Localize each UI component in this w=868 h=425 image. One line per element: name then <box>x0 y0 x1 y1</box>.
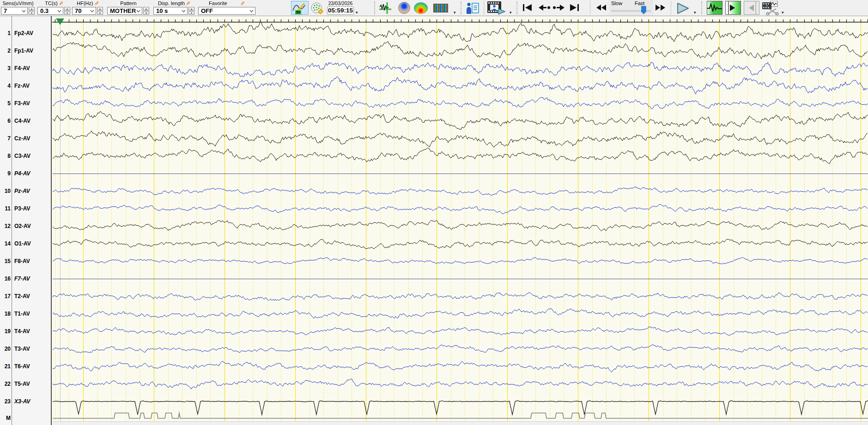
channel-label-row[interactable]: 6C4-AV <box>0 117 51 125</box>
channel-label-row[interactable]: 17T2-AV <box>0 293 51 300</box>
channel-number: M <box>0 415 11 421</box>
spin-down-button[interactable]: ▼ <box>97 11 103 15</box>
spin-down-button[interactable]: ▼ <box>143 11 149 15</box>
patient-info-button[interactable] <box>466 2 480 16</box>
horizontal-scrollbar[interactable] <box>52 421 868 425</box>
channel-label-row[interactable]: 1Fp2-AV <box>0 30 51 37</box>
go-to-start-button[interactable] <box>522 4 533 13</box>
notch-filter-button[interactable]: 50 <box>291 1 309 15</box>
play-selection-button[interactable] <box>725 1 741 15</box>
channel-label-row[interactable]: 7Cz-AV <box>0 135 51 142</box>
toolbar: Sens(uV/mm) 7 ▲ ▼ TC(s)✎ 0.3 ▲ ▼ H <box>0 0 868 16</box>
edit-pencil-icon[interactable]: ✎ <box>59 0 63 7</box>
channel-name: O2-AV <box>14 223 31 229</box>
edit-pencil-icon[interactable]: ✎ <box>94 0 99 7</box>
channel-number: 20 <box>0 346 11 352</box>
channel-label-row[interactable]: 20T3-AV <box>0 345 51 353</box>
spin-up-button[interactable]: ▲ <box>64 7 70 11</box>
channel-label-row[interactable]: 8C3-AV <box>0 152 51 160</box>
electrode-settings-button[interactable] <box>310 2 324 17</box>
edit-pencil-icon[interactable]: ✎ <box>240 0 245 7</box>
channel-number: 4 <box>0 83 11 89</box>
channel-number: 21 <box>0 363 11 370</box>
more-options-arrow[interactable]: ▾ <box>356 10 358 15</box>
step-back-button[interactable] <box>539 4 551 13</box>
channel-name: T6-AV <box>14 363 30 370</box>
play-backward-button-disabled[interactable] <box>744 1 759 15</box>
channel-label-row[interactable]: 5F3-AV <box>0 100 51 107</box>
channel-label-row[interactable]: M <box>0 414 51 422</box>
sensitivity-combo[interactable]: 7 <box>1 7 28 15</box>
tc-spinner: ▲ ▼ <box>64 7 70 15</box>
pattern-combo[interactable]: MOTHER <box>107 7 142 15</box>
favorite-combo[interactable]: OFF <box>198 7 255 15</box>
channel-name: F7-AV <box>14 275 30 282</box>
channel-label-row[interactable]: 3F4-AV <box>0 65 51 72</box>
channel-label-row[interactable]: 23X3-AV <box>0 398 51 405</box>
chevron-down-icon <box>90 10 94 12</box>
channel-label-row[interactable]: 4Fz-AV <box>0 82 51 90</box>
edit-pencil-icon[interactable]: ✎ <box>186 0 190 7</box>
channel-name: P4-AV <box>14 170 30 177</box>
slower-button[interactable] <box>596 4 607 13</box>
video-review-button[interactable] <box>487 1 506 17</box>
waveform-selection-icon <box>707 1 722 14</box>
channel-name: T3-AV <box>14 346 30 352</box>
display-length-spinner: ▲ ▼ <box>188 7 194 15</box>
hf-combo[interactable]: 70 <box>72 7 96 15</box>
current-time[interactable]: 05:59:15 <box>327 6 354 15</box>
channel-label-row[interactable]: 10Pz-AV <box>0 187 51 195</box>
favorite-group: Favorite✎ OFF <box>198 0 255 16</box>
waveform-view-button[interactable] <box>379 2 392 16</box>
channel-number: 1 <box>0 30 11 36</box>
channel-number: 5 <box>0 100 11 107</box>
pattern-group: Pattern MOTHER ▲ ▼ <box>107 0 150 16</box>
channel-label-row[interactable]: 16F7-AV <box>0 275 51 282</box>
step-forward-button[interactable] <box>552 4 565 13</box>
more-options-arrow[interactable]: ▾ <box>454 10 456 15</box>
chevron-down-icon <box>57 10 61 12</box>
video-film-icon <box>487 1 506 15</box>
topography-map-button[interactable] <box>398 2 410 14</box>
spin-down-button[interactable]: ▼ <box>29 11 35 15</box>
speed-slider-handle[interactable] <box>641 6 646 14</box>
tc-combo[interactable]: 0.3 <box>37 7 63 15</box>
faster-button[interactable] <box>655 4 666 13</box>
toolbar-separator <box>590 1 590 15</box>
display-length-combo[interactable]: 10 s <box>153 7 188 15</box>
spin-up-button[interactable]: ▲ <box>188 7 194 11</box>
channel-label-row[interactable]: 9P4-AV <box>0 170 51 177</box>
more-options-arrow[interactable]: ▾ <box>694 10 696 15</box>
current-date: 23/03/2026 <box>327 0 354 6</box>
channel-label-row[interactable]: 12O2-AV <box>0 222 51 230</box>
display-length-label: Disp. length✎ <box>153 0 195 7</box>
channel-name: X3-AV <box>14 398 30 405</box>
more-options-arrow[interactable]: ▾ <box>510 10 512 15</box>
spin-down-button[interactable]: ▼ <box>64 11 70 15</box>
go-to-end-button[interactable] <box>569 4 579 13</box>
channel-label-row[interactable]: 22T5-AV <box>0 380 51 388</box>
spectrogram-dsa-button[interactable] <box>433 4 448 12</box>
color-topography-button[interactable] <box>414 2 428 14</box>
channel-label-row[interactable]: 2Fp1-AV <box>0 47 51 54</box>
toolbar-separator <box>461 1 461 14</box>
select-waveform-region-button[interactable] <box>707 1 722 15</box>
more-options-arrow[interactable]: ▾ <box>782 10 784 15</box>
spin-up-button[interactable]: ▲ <box>97 7 103 11</box>
spin-down-button[interactable]: ▼ <box>188 11 194 15</box>
play-backward-icon <box>744 1 759 14</box>
play-button[interactable] <box>676 2 690 16</box>
clip-video-button[interactable] <box>762 1 780 15</box>
eeg-traces-canvas[interactable] <box>52 16 868 425</box>
sensitivity-spinner: ▲ ▼ <box>29 7 35 15</box>
spin-up-button[interactable]: ▲ <box>143 7 149 11</box>
channel-label-row[interactable]: 19T4-AV <box>0 328 51 335</box>
channel-number: 15 <box>0 258 11 264</box>
channel-label-row[interactable]: 21T6-AV <box>0 363 51 370</box>
channel-label-row[interactable]: 18T1-AV <box>0 310 51 317</box>
channel-label-row[interactable]: 14O1-AV <box>0 240 51 247</box>
spin-up-button[interactable]: ▲ <box>29 7 35 11</box>
channel-label-row[interactable]: 15F8-AV <box>0 257 51 265</box>
channel-label-row[interactable]: 11P3-AV <box>0 205 51 212</box>
channel-number: 2 <box>0 48 11 54</box>
